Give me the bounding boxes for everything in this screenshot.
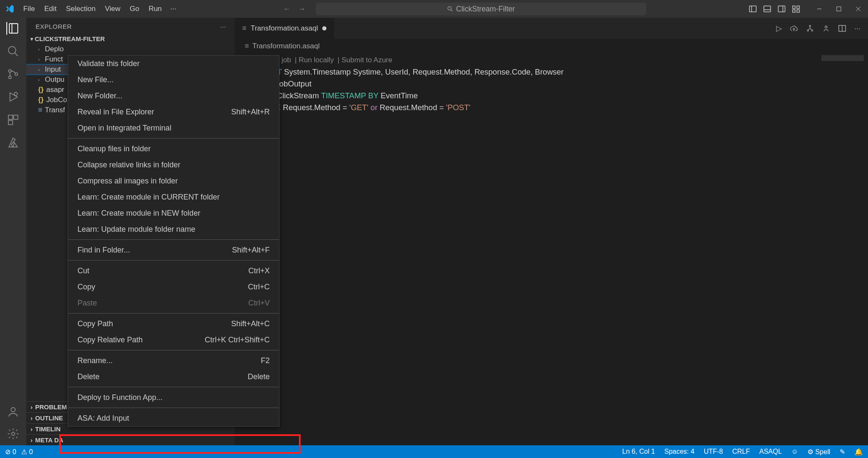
ctx-copy-path[interactable]: Copy PathShift+Alt+C (68, 316, 279, 332)
language-mode[interactable]: ASAQL (759, 448, 782, 455)
accounts-icon[interactable] (7, 405, 19, 418)
ctx-cleanup-files-in-folder[interactable]: Cleanup files in folder (68, 141, 279, 157)
ctx-cut[interactable]: CutCtrl+X (68, 263, 279, 279)
ctx-open-in-integrated-terminal[interactable]: Open in Integrated Terminal (68, 120, 279, 136)
diagram-icon[interactable] (806, 24, 814, 33)
tree-item-label: Funct (45, 55, 63, 64)
split-editor-icon[interactable] (838, 24, 846, 33)
menu-view[interactable]: View (101, 2, 125, 16)
code-editor[interactable]: SELECT System.Timestamp Systime, UserId,… (235, 64, 868, 114)
ctx-deploy-to-function-app-[interactable]: Deploy to Function App... (68, 389, 279, 405)
errors-icon[interactable]: ⊘ 0 (5, 448, 16, 456)
ctx-compress-all-images-in-folder[interactable]: Compress all images in folder (68, 173, 279, 189)
bell-icon[interactable]: 🔔 (854, 448, 863, 456)
chevron-right-icon: › (30, 436, 33, 444)
editor-actions: ▷ ··· (776, 18, 868, 39)
ctx-validate-this-folder[interactable]: Validate this folder (68, 56, 279, 72)
code-lens: Simulate job | Run locally | Submit to A… (235, 53, 868, 64)
breadcrumb-item: Transformation.asaql (252, 42, 320, 50)
ctx-find-in-folder-[interactable]: Find in Folder...Shift+Alt+F (68, 242, 279, 258)
tree-item[interactable]: ›Deplo (26, 44, 235, 54)
command-center-search[interactable]: ClickStream-Filter (316, 3, 646, 15)
ctx-shortcut: F2 (261, 355, 270, 366)
svg-point-13 (14, 92, 18, 96)
tab-transformation[interactable]: ≡ Transformation.asaql (235, 18, 334, 39)
tree-item-label: JobCo (46, 96, 67, 104)
explorer-icon[interactable] (6, 22, 20, 35)
customize-layout-icon[interactable] (792, 5, 800, 13)
azure-icon[interactable] (7, 136, 19, 149)
ctx-label: Paste (77, 297, 97, 309)
menu-file[interactable]: File (19, 2, 39, 16)
ctx-collapse-relative-links-in-folder[interactable]: Collapse relative links in folder (68, 157, 279, 173)
svg-rect-1 (749, 6, 756, 12)
feedback-icon[interactable]: ✎ (840, 448, 845, 456)
svg-rect-15 (14, 115, 18, 119)
minimap[interactable] (821, 55, 864, 61)
tab-bar: ≡ Transformation.asaql ▷ ··· (235, 18, 868, 39)
ctx-new-file-[interactable]: New File... (68, 72, 279, 88)
ctx-learn-update-module-folder-name[interactable]: Learn: Update module folder name (68, 221, 279, 237)
search-activity-icon[interactable] (7, 45, 19, 58)
svg-rect-5 (797, 6, 799, 8)
ctx-new-folder-[interactable]: New Folder... (68, 88, 279, 104)
source-control-icon[interactable] (7, 68, 19, 80)
window-minimize-icon[interactable] (810, 0, 829, 17)
ctx-copy-relative-path[interactable]: Copy Relative PathCtrl+K Ctrl+Shift+C (68, 332, 279, 348)
run-debug-icon[interactable] (7, 91, 19, 103)
code-lens-action[interactable]: Submit to Azure (341, 56, 392, 64)
chevron-right-icon: › (38, 57, 42, 62)
toggle-secondary-sidebar-icon[interactable] (777, 5, 786, 13)
ctx-copy[interactable]: CopyCtrl+C (68, 279, 279, 295)
list-icon: ≡ (242, 24, 246, 33)
context-menu: Validate this folderNew File...New Folde… (68, 55, 279, 427)
explorer-more-icon[interactable]: ··· (220, 23, 226, 30)
nav-arrows: ← → (283, 5, 306, 14)
json-icon: {} (38, 96, 44, 104)
menu-selection[interactable]: Selection (62, 2, 100, 16)
warnings-icon[interactable]: ⚠ 0 (21, 448, 33, 456)
eol-status[interactable]: CRLF (732, 448, 750, 455)
svg-point-0 (448, 7, 451, 10)
cursor-position[interactable]: Ln 6, Col 1 (622, 448, 655, 455)
svg-point-20 (807, 30, 809, 31)
nav-back-icon[interactable]: ← (283, 5, 291, 14)
copilot-icon[interactable]: ☺ (791, 448, 798, 455)
editor-more-icon[interactable]: ··· (854, 24, 860, 33)
chevron-right-icon: › (38, 67, 42, 72)
svg-point-22 (825, 26, 827, 28)
toggle-panel-icon[interactable] (763, 5, 771, 13)
project-root[interactable]: ▾ CLICKSTREAM-FILTER (26, 33, 235, 44)
ctx-learn-create-module-in-current-folder[interactable]: Learn: Create module in CURRENT folder (68, 189, 279, 205)
nav-forward-icon[interactable]: → (298, 5, 306, 14)
encoding-status[interactable]: UTF-8 (704, 448, 723, 455)
ctx-label: Deploy to Function App... (77, 391, 163, 403)
cloud-upload-icon[interactable] (790, 24, 798, 33)
settings-gear-icon[interactable] (7, 427, 19, 440)
window-maximize-icon[interactable] (829, 0, 849, 17)
code-line: WHERE Request.Method = 'GET' or Request.… (252, 102, 868, 114)
person-icon[interactable] (822, 24, 830, 33)
menu-run[interactable]: Run (144, 2, 166, 16)
menu-go[interactable]: Go (125, 2, 144, 16)
menu-overflow-icon[interactable]: ··· (166, 2, 180, 16)
toggle-primary-sidebar-icon[interactable] (749, 5, 757, 13)
indent-status[interactable]: Spaces: 4 (664, 448, 694, 455)
menu-edit[interactable]: Edit (40, 2, 61, 16)
panel-meta-da[interactable]: › META DA (26, 434, 235, 445)
ctx-rename-[interactable]: Rename...F2 (68, 353, 279, 369)
ctx-delete[interactable]: DeleteDelete (68, 369, 279, 385)
extensions-icon[interactable] (7, 114, 19, 126)
svg-rect-16 (8, 120, 13, 125)
ctx-label: Validate this folder (77, 58, 140, 69)
window-close-icon[interactable] (849, 0, 868, 17)
run-icon[interactable]: ▷ (776, 24, 782, 33)
code-lens-action[interactable]: Run locally (299, 56, 334, 64)
ctx-learn-create-module-in-new-folder[interactable]: Learn: Create module in NEW folder (68, 205, 279, 221)
spell-status[interactable]: ⚙ Spell (807, 448, 830, 456)
breadcrumb[interactable]: ≡ Transformation.asaql (235, 39, 868, 53)
tree-item-label: Deplo (45, 45, 64, 53)
ctx-asa-add-input[interactable]: ASA: Add Input (68, 410, 279, 426)
svg-rect-8 (837, 7, 841, 11)
ctx-reveal-in-file-explorer[interactable]: Reveal in File ExplorerShift+Alt+R (68, 104, 279, 120)
